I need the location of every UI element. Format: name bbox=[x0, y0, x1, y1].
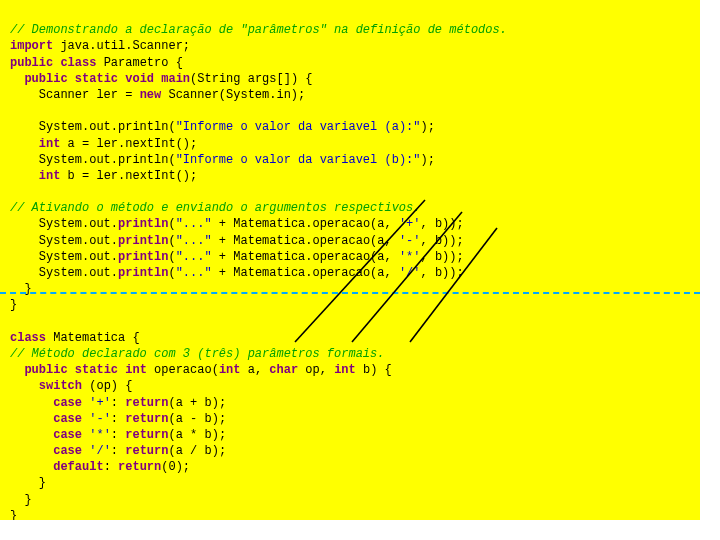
kw-import: import bbox=[10, 39, 53, 53]
txt: a, bbox=[240, 363, 269, 377]
txt: java.util.Scanner; bbox=[53, 39, 190, 53]
string: "..." bbox=[176, 234, 212, 248]
txt: System.out. bbox=[10, 266, 118, 280]
kw-case: case bbox=[53, 428, 82, 442]
brace: } bbox=[10, 476, 46, 490]
txt: + Matematica.operacao(a, bbox=[212, 266, 399, 280]
comment-header: // Demonstrando a declaração de "parâmet… bbox=[10, 23, 507, 37]
kw-static: static bbox=[75, 363, 118, 377]
string: '*' bbox=[399, 250, 421, 264]
txt: System.out.println( bbox=[10, 120, 176, 134]
comment-method: // Método declarado com 3 (três) parâmet… bbox=[10, 347, 384, 361]
kw-void: void bbox=[125, 72, 154, 86]
brace: } bbox=[10, 298, 17, 312]
string: "..." bbox=[176, 217, 212, 231]
txt: Parametro { bbox=[96, 56, 182, 70]
kw-println: println bbox=[118, 266, 168, 280]
kw-int: int bbox=[334, 363, 356, 377]
txt: , b)); bbox=[421, 217, 464, 231]
divider-line bbox=[0, 292, 700, 294]
txt: b) { bbox=[356, 363, 392, 377]
txt: System.out.println( bbox=[10, 153, 176, 167]
kw-class: class bbox=[10, 331, 46, 345]
kw-public: public bbox=[24, 363, 67, 377]
kw-public: public bbox=[10, 56, 53, 70]
kw-default: default bbox=[53, 460, 103, 474]
kw-return: return bbox=[125, 428, 168, 442]
kw-return: return bbox=[125, 444, 168, 458]
txt: (a / b); bbox=[168, 444, 226, 458]
string: '/' bbox=[89, 444, 111, 458]
txt: ( bbox=[168, 234, 175, 248]
kw-println: println bbox=[118, 250, 168, 264]
kw-static: static bbox=[75, 72, 118, 86]
kw-main: main bbox=[161, 72, 190, 86]
txt: (String args[]) { bbox=[190, 72, 312, 86]
kw-int: int bbox=[219, 363, 241, 377]
kw-println: println bbox=[118, 217, 168, 231]
txt: (op) { bbox=[82, 379, 132, 393]
string: '*' bbox=[89, 428, 111, 442]
kw-case: case bbox=[53, 396, 82, 410]
txt: System.out. bbox=[10, 234, 118, 248]
kw-class: class bbox=[60, 56, 96, 70]
brace: } bbox=[10, 493, 32, 507]
txt: (a * b); bbox=[168, 428, 226, 442]
kw-int: int bbox=[39, 169, 61, 183]
kw-return: return bbox=[125, 412, 168, 426]
brace: } bbox=[10, 509, 17, 520]
txt: System.out. bbox=[10, 217, 118, 231]
txt: Matematica { bbox=[46, 331, 140, 345]
kw-public: public bbox=[24, 72, 67, 86]
txt: (a - b); bbox=[168, 412, 226, 426]
txt: (0); bbox=[161, 460, 190, 474]
string: '/' bbox=[399, 266, 421, 280]
txt: ); bbox=[420, 153, 434, 167]
txt: a = ler.nextInt(); bbox=[60, 137, 197, 151]
txt: + Matematica.operacao(a, bbox=[212, 217, 399, 231]
kw-new: new bbox=[140, 88, 162, 102]
brace: } bbox=[10, 282, 32, 296]
string: "Informe o valor da variavel (a):" bbox=[176, 120, 421, 134]
txt: Scanner ler = bbox=[10, 88, 140, 102]
kw-char: char bbox=[269, 363, 298, 377]
string: "..." bbox=[176, 250, 212, 264]
txt: , b)); bbox=[421, 250, 464, 264]
txt: , b)); bbox=[421, 234, 464, 248]
kw-switch: switch bbox=[39, 379, 82, 393]
kw-case: case bbox=[53, 412, 82, 426]
txt: b = ler.nextInt(); bbox=[60, 169, 197, 183]
string: '+' bbox=[399, 217, 421, 231]
code-block: // Demonstrando a declaração de "parâmet… bbox=[0, 0, 700, 520]
txt: (a + b); bbox=[168, 396, 226, 410]
kw-println: println bbox=[118, 234, 168, 248]
string: '-' bbox=[89, 412, 111, 426]
kw-int: int bbox=[125, 363, 147, 377]
kw-return: return bbox=[118, 460, 161, 474]
txt: Scanner(System.in); bbox=[161, 88, 305, 102]
txt: ( bbox=[168, 250, 175, 264]
txt: System.out. bbox=[10, 250, 118, 264]
txt: , b)); bbox=[421, 266, 464, 280]
kw-case: case bbox=[53, 444, 82, 458]
string: '+' bbox=[89, 396, 111, 410]
comment-activate: // Ativando o método e enviando o argume… bbox=[10, 201, 420, 215]
txt: + Matematica.operacao(a, bbox=[212, 250, 399, 264]
kw-int: int bbox=[39, 137, 61, 151]
txt: op, bbox=[298, 363, 334, 377]
txt: ( bbox=[168, 266, 175, 280]
txt: + Matematica.operacao(a, bbox=[212, 234, 399, 248]
txt: operacao( bbox=[147, 363, 219, 377]
string: "Informe o valor da variavel (b):" bbox=[176, 153, 421, 167]
string: "..." bbox=[176, 266, 212, 280]
txt: ( bbox=[168, 217, 175, 231]
txt: ); bbox=[420, 120, 434, 134]
string: '-' bbox=[399, 234, 421, 248]
kw-return: return bbox=[125, 396, 168, 410]
